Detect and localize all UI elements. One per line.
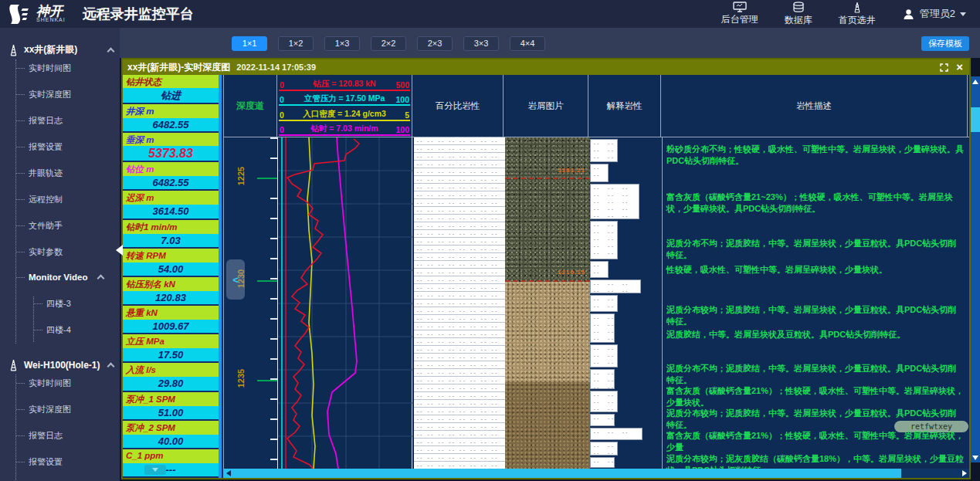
lithology-percent-track: -- -- -- -- -- -- -- ---- -- -- -- -- --… <box>414 137 505 469</box>
column-header-interpreted-lithology: 解释岩性 <box>588 75 661 137</box>
sidebar-item-报警设置[interactable]: 报警设置 <box>16 141 120 153</box>
sidebar-item-远程控制[interactable]: 远程控制 <box>16 194 120 205</box>
depth-minor-tick <box>270 137 277 139</box>
lithology-pattern-row: -- -- -- -- -- -- -- -- <box>414 246 505 253</box>
nav-backend-admin[interactable]: 后台管理 <box>721 2 758 26</box>
sidebar-item-报警设置[interactable]: 报警设置 <box>16 456 120 468</box>
user-menu[interactable]: 管理员2 <box>902 7 966 21</box>
sidebar-item-四楼-3[interactable]: 四楼-3 <box>34 298 120 310</box>
sidebar-item-实时时间图[interactable]: 实时时间图 <box>16 378 120 389</box>
scroll-up-button[interactable] <box>971 76 980 86</box>
depth-major-tick <box>257 178 277 179</box>
save-template-button[interactable]: 保存模板 <box>921 36 969 51</box>
lithology-pattern-row: -- -- -- -- -- -- -- -- <box>414 454 505 462</box>
lithology-pattern-row: -- -- -- -- -- -- -- -- <box>414 439 505 446</box>
parameter-label: 钻位 m <box>123 162 219 176</box>
scroll-down-button[interactable] <box>971 452 980 462</box>
grid-layout-button-1×2[interactable]: 1×2 <box>278 36 314 51</box>
curve-legend-row: 0入口密度 = 1.24 g/cm35 <box>279 106 410 121</box>
track-collapse-chevron-left[interactable]: < <box>226 259 245 300</box>
depth-minor-tick <box>270 439 277 440</box>
chevron-up-icon[interactable] <box>97 275 105 283</box>
curve-max: 100 <box>395 95 409 104</box>
sidebar-item-文件助手[interactable]: 文件助手 <box>16 220 120 232</box>
sidebar-item-实时参数[interactable]: 实时参数 <box>16 246 120 258</box>
sidebar-item-报警日志[interactable]: 报警日志 <box>16 115 120 127</box>
parameter-label: 钻井状态 <box>123 75 219 88</box>
grid-layout-button-3×3[interactable]: 3×3 <box>463 36 499 51</box>
chevron-up-icon[interactable] <box>107 363 115 371</box>
parameter-tile: 钻压别名 kN120.83 <box>123 277 219 306</box>
photo-depth-boundary-line <box>505 178 590 179</box>
well-name: xx井(新井眼) <box>24 43 108 56</box>
parameter-label: 垂深 m <box>123 133 219 146</box>
grid-layout-button-1×3[interactable]: 1×3 <box>324 36 360 51</box>
depth-tick-label: 1225 <box>236 163 246 189</box>
horizontal-scrollbar-thumb[interactable] <box>233 469 901 478</box>
lithology-pattern-row: -- -- -- -- -- -- -- -- <box>414 408 505 415</box>
sidebar-item-报警日志[interactable]: 报警日志 <box>16 430 120 442</box>
fullscreen-icon[interactable] <box>940 63 948 72</box>
interpreted-lithology-block: -- -- -- -- -- -- -- -- -- -- -- -- -- -… <box>590 295 618 312</box>
well-group-header[interactable]: Wei-H100(Hole-1) <box>8 359 114 371</box>
parameter-panel-scrollbar[interactable] <box>219 75 222 478</box>
chevron-up-icon[interactable] <box>107 47 115 55</box>
parameter-label: 悬重 kN <box>123 306 219 320</box>
nav-database[interactable]: 数据库 <box>785 2 812 27</box>
parameter-value: 5373.83 <box>123 146 219 161</box>
sidebar-item-四楼-4[interactable]: 四楼-4 <box>34 324 120 336</box>
horizontal-scrollbar[interactable] <box>223 469 969 478</box>
well-group-header[interactable]: xx井(新井眼) <box>8 43 114 56</box>
sidebar-group-monitor-video[interactable]: Monitor Video <box>16 273 120 282</box>
lithology-description-text: 泥质胶结，中等。岩屑呈块状及豆粒状。具PDC钻头切削特征。 <box>666 329 965 340</box>
well-select-derrick-icon <box>852 2 863 13</box>
lithology-pattern-row: -- -- -- -- -- -- -- -- <box>414 377 505 384</box>
lithology-pattern-row: -- -- -- -- -- -- -- -- <box>414 145 505 153</box>
sidebar-item-实时深度图[interactable]: 实时深度图 <box>16 404 120 415</box>
parameter-value: 17.50 <box>123 348 219 361</box>
log-curves <box>278 137 413 469</box>
lithology-pattern-row: -- -- -- -- -- -- -- -- <box>414 415 505 423</box>
vertical-scrollbar[interactable] <box>971 76 980 462</box>
grid-layout-button-4×4[interactable]: 4×4 <box>510 36 545 51</box>
curve-legend: 0钻压 = 120.83 kN5000立管压力 = 17.50 MPa1000入… <box>277 75 412 137</box>
panel-collapse-arrow-icon[interactable] <box>116 245 123 256</box>
lithology-pattern-row: -- -- -- -- -- -- -- -- <box>414 300 505 307</box>
scroll-left-button[interactable] <box>223 469 233 478</box>
parameter-label: 钻压别名 kN <box>123 277 219 291</box>
lithology-description-text: 性较硬，吸水性、可塑性中等。岩屑呈碎块状，少量块状。 <box>666 264 965 276</box>
vertical-scrollbar-thumb[interactable] <box>971 107 980 132</box>
parameter-dropdown-button[interactable] <box>144 465 166 475</box>
column-header-lithology-percent: 百分比岩性 <box>412 75 504 137</box>
lithology-description-text: 粉砂质分布不均；性较硬，吸水性、可塑性中等。岩屑呈块状，少量碎块状。具PDC钻头… <box>666 144 965 167</box>
depth-minor-tick <box>270 298 277 300</box>
cutting-photo-tan <box>505 282 590 382</box>
parameter-label: 井深 m <box>123 104 219 118</box>
lithology-pattern-row: -- -- -- -- -- -- -- -- <box>414 338 505 346</box>
parameter-value: 3614.50 <box>123 205 219 218</box>
lithology-pattern-row: -- -- -- -- -- -- -- -- <box>414 361 505 369</box>
nav-home-well-select[interactable]: 首页选井 <box>839 2 876 27</box>
sidebar-item-井眼轨迹[interactable]: 井眼轨迹 <box>16 168 120 179</box>
app-header: 神开 SHENKAI 远程录井监控平台 后台管理 数据库 <box>0 0 980 28</box>
lithology-description-track: retfwtxey 粉砂质分布不均；性较硬，吸水性、可塑性中等。岩屑呈块状，少量… <box>663 137 969 469</box>
scroll-right-button[interactable] <box>959 469 969 478</box>
lithology-description-text: 泥质分布不均；泥质胶结，中等。岩屑呈块状，少量豆粒状。具PDC钻头切削特征。 <box>666 238 965 261</box>
lithology-pattern-row: -- -- -- -- -- -- -- -- <box>414 462 505 469</box>
grid-layout-button-1×1[interactable]: 1×1 <box>232 36 267 51</box>
grid-layout-button-2×3[interactable]: 2×3 <box>417 36 453 51</box>
lithology-pattern-row: -- -- -- -- -- -- -- -- <box>414 184 505 191</box>
panel-timestamp: 2022-11-14 17:05:39 <box>236 63 316 72</box>
depth-track-header: 深度道 <box>223 75 277 137</box>
caret-down-icon <box>960 12 966 16</box>
parameter-label: 钻时1 min/m <box>123 220 219 234</box>
grid-layout-button-2×2[interactable]: 2×2 <box>371 36 406 51</box>
parameter-label: 转速 RPM <box>123 249 219 263</box>
lithology-pattern-row: -- -- -- -- -- -- -- -- <box>414 384 505 392</box>
sidebar-item-实时时间图[interactable]: 实时时间图 <box>16 63 120 74</box>
lithology-pattern-row: -- -- -- -- -- -- -- -- <box>414 346 505 354</box>
close-icon[interactable]: × <box>956 63 963 72</box>
photo-depth-label: 1181.21 <box>558 167 585 174</box>
sidebar-item-实时深度图[interactable]: 实时深度图 <box>16 89 120 100</box>
depth-minor-tick <box>270 358 277 360</box>
